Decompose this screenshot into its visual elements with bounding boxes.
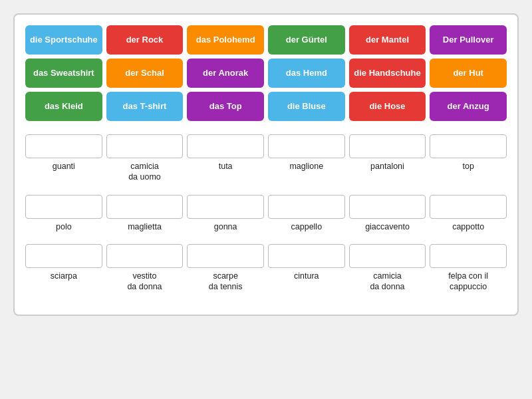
tile-sweatshirt[interactable]: das Sweatshirt <box>25 59 102 88</box>
section-1-drop-box-3[interactable] <box>268 134 345 158</box>
section-2-label-row: polomagliettagonnacappellogiaccaventocap… <box>25 221 507 232</box>
section-2-drop-box-1[interactable] <box>106 195 184 219</box>
main-container: die Sportschuheder Rockdas Polohemdder G… <box>13 13 519 316</box>
section-3-drop-box-2[interactable] <box>187 244 264 268</box>
tile-mantel[interactable]: der Mantel <box>349 25 426 55</box>
section-1-drop-box-5[interactable] <box>430 134 507 158</box>
section-3-label-0: sciarpa <box>25 271 102 293</box>
section-3-label-5: felpa con il cappuccio <box>430 271 507 293</box>
section-1-drop-box-2[interactable] <box>187 134 264 158</box>
section-3-drop-row <box>25 244 507 268</box>
section-2-label-0: polo <box>25 221 102 232</box>
section-1-drop-box-0[interactable] <box>25 134 102 158</box>
section-2-drop-box-3[interactable] <box>268 195 345 219</box>
tile-schal[interactable]: der Schal <box>106 59 184 88</box>
section-2: polomagliettagonnacappellogiaccaventocap… <box>25 195 507 232</box>
section-1-label-5: top <box>430 161 507 183</box>
section-1-label-3: maglione <box>268 161 345 183</box>
tile-anorak[interactable]: der Anorak <box>187 59 264 88</box>
section-1-label-2: tuta <box>187 161 264 183</box>
section-2-label-2: gonna <box>187 221 264 232</box>
section-1-label-0: guanti <box>25 161 102 183</box>
tile-hemd[interactable]: das Hemd <box>268 59 345 88</box>
tile-tshirt[interactable]: das T-shirt <box>106 92 184 121</box>
section-2-label-3: cappello <box>268 221 345 232</box>
section-3-label-3: cintura <box>268 271 345 293</box>
section-2-label-5: cappotto <box>430 221 507 232</box>
section-3-drop-box-4[interactable] <box>349 244 426 268</box>
section-1-drop-row <box>25 134 507 158</box>
section-3-drop-box-3[interactable] <box>268 244 345 268</box>
section-3-label-row: sciarpavestito da donnascarpe da tennisc… <box>25 271 507 293</box>
tile-rock[interactable]: der Rock <box>106 25 184 55</box>
section-1-drop-box-4[interactable] <box>349 134 426 158</box>
section-3: sciarpavestito da donnascarpe da tennisc… <box>25 244 507 293</box>
tile-hut[interactable]: der Hut <box>430 59 507 88</box>
drop-sections: guanticamicia da uomotutamaglionepantalo… <box>25 134 507 292</box>
section-3-drop-box-1[interactable] <box>106 244 184 268</box>
section-2-drop-box-0[interactable] <box>25 195 102 219</box>
tiles-grid: die Sportschuheder Rockdas Polohemdder G… <box>25 25 507 121</box>
section-1-drop-box-1[interactable] <box>106 134 184 158</box>
section-1-label-1: camicia da uomo <box>106 161 184 183</box>
tile-pullover[interactable]: Der Pullover <box>430 25 507 55</box>
tile-polohemd[interactable]: das Polohemd <box>187 25 264 55</box>
section-2-label-4: giaccavento <box>349 221 426 232</box>
section-1-label-4: pantaloni <box>349 161 426 183</box>
section-3-drop-box-5[interactable] <box>430 244 507 268</box>
tile-bluse[interactable]: die Bluse <box>268 92 345 121</box>
section-1: guanticamicia da uomotutamaglionepantalo… <box>25 134 507 183</box>
section-2-drop-box-4[interactable] <box>349 195 426 219</box>
section-3-label-2: scarpe da tennis <box>187 271 264 293</box>
section-2-drop-box-2[interactable] <box>187 195 264 219</box>
section-1-label-row: guanticamicia da uomotutamaglionepantalo… <box>25 161 507 183</box>
section-2-drop-box-5[interactable] <box>430 195 507 219</box>
section-3-label-4: camicia da donna <box>349 271 426 293</box>
section-3-label-1: vestito da donna <box>106 271 184 293</box>
tile-handschuhe[interactable]: die Handschuhe <box>349 59 426 88</box>
tile-gurtel[interactable]: der Gürtel <box>268 25 345 55</box>
tile-hose[interactable]: die Hose <box>349 92 426 121</box>
tile-sportschuhe[interactable]: die Sportschuhe <box>25 25 102 55</box>
section-3-drop-box-0[interactable] <box>25 244 102 268</box>
tile-anzug[interactable]: der Anzug <box>430 92 507 121</box>
section-2-drop-row <box>25 195 507 219</box>
section-2-label-1: maglietta <box>106 221 184 232</box>
tile-kleid[interactable]: das Kleid <box>25 92 102 121</box>
tile-top[interactable]: das Top <box>187 92 264 121</box>
